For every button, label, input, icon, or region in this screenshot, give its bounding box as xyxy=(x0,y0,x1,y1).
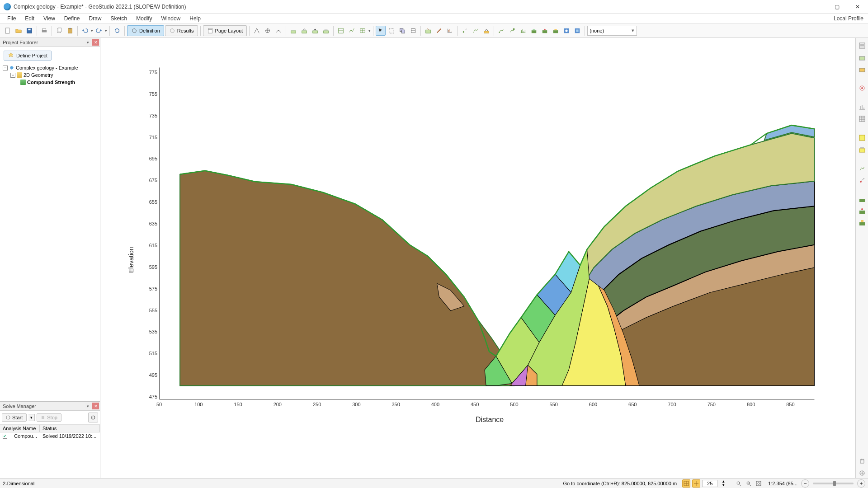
snap-point-icon[interactable] xyxy=(692,479,700,488)
tool-7-icon[interactable] xyxy=(321,26,331,36)
results-button[interactable]: Results xyxy=(165,25,198,36)
tool-18-icon[interactable] xyxy=(460,26,470,36)
rtool-8-icon[interactable] xyxy=(857,145,867,155)
zoom-fit-icon[interactable] xyxy=(755,479,763,488)
open-icon[interactable] xyxy=(14,26,24,36)
tool-5-icon[interactable] xyxy=(299,26,309,36)
svg-rect-42 xyxy=(859,56,865,60)
menu-draw[interactable]: Draw xyxy=(85,14,105,23)
menu-sketch[interactable]: Sketch xyxy=(107,14,131,23)
tool-20-icon[interactable] xyxy=(481,26,491,36)
svg-rect-16 xyxy=(313,31,318,33)
rtool-12-icon[interactable] xyxy=(857,206,867,216)
tool-8-icon[interactable] xyxy=(336,26,346,36)
solve-refresh-icon[interactable] xyxy=(88,413,98,422)
rtool-10-icon[interactable] xyxy=(857,175,867,185)
zoom-in-button[interactable]: + xyxy=(857,479,865,488)
tree-geometry[interactable]: −2D Geometry xyxy=(3,71,97,79)
tool-10-icon[interactable] xyxy=(358,26,368,36)
panel-close-icon[interactable]: ✕ xyxy=(92,403,99,409)
define-project-button[interactable]: Define Project xyxy=(4,51,52,61)
layer-dropdown[interactable]: (none)▾ xyxy=(587,26,637,36)
rtool-13-icon[interactable] xyxy=(857,218,867,228)
tool-26-icon[interactable] xyxy=(551,26,561,36)
zoom-out-button[interactable]: − xyxy=(801,479,809,488)
menu-modify[interactable]: Modify xyxy=(132,14,156,23)
tool-28-icon[interactable] xyxy=(572,26,582,36)
tool-2-icon[interactable] xyxy=(263,26,273,36)
tool-27-icon[interactable] xyxy=(561,26,571,36)
tool-13-icon[interactable] xyxy=(397,26,407,36)
refresh-icon[interactable] xyxy=(112,26,122,36)
rtool-1-icon[interactable] xyxy=(857,41,867,51)
tool-19-icon[interactable] xyxy=(471,26,481,36)
pagelayout-button[interactable]: Page Layout xyxy=(203,25,247,36)
rtool-5-icon[interactable] xyxy=(857,102,867,112)
tool-1-icon[interactable] xyxy=(252,26,262,36)
save-icon[interactable] xyxy=(24,26,34,36)
minimize-button[interactable]: — xyxy=(806,0,826,14)
rtool-11-icon[interactable] xyxy=(857,194,867,204)
pin-icon[interactable]: ▾ xyxy=(85,403,91,409)
close-button[interactable]: ✕ xyxy=(847,0,868,14)
profile-label[interactable]: Local Profile xyxy=(834,15,863,22)
menu-view[interactable]: View xyxy=(40,14,59,23)
rtool-3-icon[interactable] xyxy=(857,64,867,74)
copy-icon[interactable] xyxy=(54,26,64,36)
tool-12-icon[interactable] xyxy=(387,26,396,36)
tree-analysis[interactable]: Compound Strength xyxy=(3,79,97,86)
snap-grid-icon[interactable] xyxy=(682,479,690,488)
start-dropdown[interactable]: ▾ xyxy=(28,414,35,421)
drawing-canvas[interactable]: Elevation Distance 475495515535555575595… xyxy=(100,38,855,478)
paste-icon[interactable] xyxy=(65,26,75,36)
start-button[interactable]: Start xyxy=(2,413,27,422)
menu-define[interactable]: Define xyxy=(61,14,84,23)
undo-icon[interactable] xyxy=(80,26,90,36)
maximize-button[interactable]: ▢ xyxy=(826,0,847,14)
tool-9-icon[interactable] xyxy=(347,26,357,36)
tool-15-icon[interactable] xyxy=(423,26,433,36)
tool-16-icon[interactable] xyxy=(434,26,444,36)
stop-button[interactable]: Stop xyxy=(37,413,61,422)
col-status[interactable]: Status xyxy=(40,425,100,432)
tool-22-icon[interactable] xyxy=(507,26,517,36)
menu-edit[interactable]: Edit xyxy=(21,14,38,23)
rtool-9-icon[interactable] xyxy=(857,164,867,174)
col-analysis-name[interactable]: Analysis Name xyxy=(0,425,40,432)
pin-icon[interactable]: ▾ xyxy=(85,39,91,46)
menu-help[interactable]: Help xyxy=(186,14,204,23)
y-tick: 575 xyxy=(145,286,157,291)
rtool-2-icon[interactable] xyxy=(857,52,867,62)
tool-14-icon[interactable] xyxy=(408,26,418,36)
tool-24-icon[interactable] xyxy=(529,26,539,36)
tool-4-icon[interactable] xyxy=(288,26,298,36)
rtool-15-icon[interactable] xyxy=(857,468,867,478)
checkbox-icon[interactable]: ✔ xyxy=(3,434,7,439)
grid-spacing-input[interactable] xyxy=(702,480,717,487)
tool-3-icon[interactable] xyxy=(274,26,283,36)
stepper-icon[interactable]: ▲▼ xyxy=(719,479,727,488)
redo-icon[interactable] xyxy=(94,26,104,36)
tool-6-icon[interactable] xyxy=(310,26,320,36)
tool-21-icon[interactable] xyxy=(496,26,506,36)
tool-17-icon[interactable] xyxy=(445,26,455,36)
tool-25-icon[interactable] xyxy=(540,26,550,36)
table-row[interactable]: ✔Compou... Solved 10/19/2022 10:... xyxy=(0,432,100,440)
menu-file[interactable]: File xyxy=(4,14,19,23)
rtool-7-icon[interactable] xyxy=(857,133,867,143)
rtool-14-icon[interactable] xyxy=(857,456,867,466)
rtool-6-icon[interactable] xyxy=(857,114,867,124)
zoom-window-icon[interactable] xyxy=(745,479,753,488)
tool-23-icon[interactable] xyxy=(518,26,528,36)
rtool-4-icon[interactable] xyxy=(857,83,867,93)
new-icon[interactable] xyxy=(3,26,13,36)
zoom-extents-icon[interactable] xyxy=(735,479,743,488)
menu-window[interactable]: Window xyxy=(158,14,184,23)
x-tick: 800 xyxy=(745,402,756,407)
select-icon[interactable] xyxy=(376,26,386,36)
tree-root[interactable]: −Complex geology - Example xyxy=(3,64,97,71)
definition-button[interactable]: Definition xyxy=(127,25,164,36)
panel-close-icon[interactable]: ✕ xyxy=(92,39,99,46)
print-icon[interactable] xyxy=(39,26,49,36)
zoom-slider[interactable] xyxy=(813,483,854,484)
